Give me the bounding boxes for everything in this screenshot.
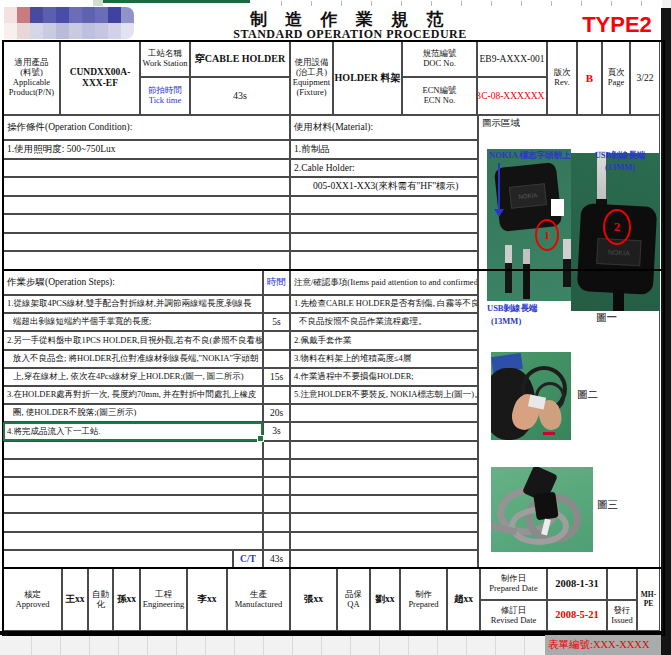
automation-label-cell[interactable]: 自動 化 bbox=[88, 568, 113, 631]
empty-cell[interactable] bbox=[3, 477, 263, 495]
time-cell[interactable]: 3s bbox=[263, 422, 290, 441]
empty-cell[interactable] bbox=[290, 495, 478, 513]
equipment-label-cell[interactable]: 使用設備 (治工具) Equipment (Fixture) bbox=[290, 41, 333, 115]
empty-cell[interactable] bbox=[290, 214, 478, 233]
time-cell[interactable] bbox=[263, 532, 290, 550]
time-cell[interactable]: 5s bbox=[263, 313, 290, 331]
step-line-cell[interactable]: 2.另一手從料盤中取1PCS HOLDER,目視外觀,若有不良(參照不良看板) bbox=[3, 331, 263, 350]
step-line-cell[interactable]: 1.從線架取4PCS線材,雙手配合對折線材,并調節兩線端長度,剝線長 bbox=[3, 295, 263, 313]
step-line-cell[interactable]: 圈, 使HOLDER不脫落;(圖三所示) bbox=[3, 404, 263, 422]
page-no-value-cell[interactable]: 3/22 bbox=[630, 41, 660, 115]
empty-cell[interactable] bbox=[3, 196, 290, 214]
manufactured-label-cell[interactable]: 生產 Manufactured bbox=[227, 568, 290, 631]
qa-name-cell[interactable]: 劉xx bbox=[370, 568, 400, 631]
material-item-cell[interactable]: 2.Cable Holder: bbox=[290, 159, 478, 177]
empty-cell[interactable] bbox=[607, 568, 637, 600]
steps-header-cell[interactable]: 作業步驟(Operation Steps): bbox=[3, 270, 263, 295]
step-line-cell[interactable]: 端超出剝線短端約半個手掌寬的長度; bbox=[3, 313, 263, 331]
attention-line-cell[interactable]: 1.先檢查CABLE HOLDER是否有刮傷, 白霧等不良, bbox=[290, 295, 478, 313]
time-cell[interactable] bbox=[263, 295, 290, 313]
empty-cell[interactable] bbox=[3, 177, 290, 196]
page-subtitle[interactable]: STANDARD OPERATION PROCEDURE bbox=[170, 28, 530, 42]
engineering-label-cell[interactable]: 工程 Engineering bbox=[140, 568, 187, 631]
condition-item-cell[interactable]: 1.使用照明度: 500~750Lux bbox=[3, 140, 290, 159]
empty-cell[interactable] bbox=[290, 513, 478, 532]
empty-cell[interactable] bbox=[290, 532, 478, 550]
station-label-cell[interactable]: 工站名稱 Work Station bbox=[140, 41, 190, 77]
empty-cell[interactable] bbox=[3, 251, 290, 270]
time-header-cell[interactable]: 時間 bbox=[263, 270, 290, 295]
empty-cell[interactable] bbox=[290, 441, 478, 459]
prepared-name-cell[interactable]: 趙xx bbox=[447, 568, 480, 631]
ecn-no-value-cell[interactable]: BC-08-XXXXXX1 bbox=[477, 77, 547, 115]
empty-cell[interactable] bbox=[3, 459, 263, 477]
empty-cell[interactable] bbox=[3, 441, 263, 459]
doc-no-value-cell[interactable]: EB9-AXXX-001 bbox=[477, 41, 547, 77]
equipment-value-cell[interactable]: HOLDER 料架 bbox=[333, 41, 402, 115]
empty-cell[interactable] bbox=[3, 513, 263, 532]
time-cell[interactable] bbox=[263, 513, 290, 532]
prepared-date-label-cell[interactable]: 制作日 Prepared Date bbox=[480, 568, 547, 600]
empty-cell[interactable] bbox=[290, 233, 478, 251]
doc-no-label-cell[interactable]: 規范編號 DOC No. bbox=[402, 41, 477, 77]
time-cell[interactable] bbox=[263, 495, 290, 513]
empty-cell[interactable] bbox=[3, 550, 233, 568]
rev-value-cell[interactable]: B bbox=[577, 41, 602, 115]
empty-cell[interactable] bbox=[290, 477, 478, 495]
prepared-label-cell[interactable]: 制作 Prepared bbox=[400, 568, 447, 631]
ct-value-cell[interactable]: 43s bbox=[263, 550, 290, 568]
product-value-cell[interactable]: CUNDXX00A-XXX-EF bbox=[60, 41, 140, 115]
empty-cell[interactable] bbox=[290, 404, 478, 422]
condition-header-cell[interactable]: 操作條件(Operation Condition): bbox=[3, 115, 290, 140]
time-cell[interactable] bbox=[263, 441, 290, 459]
engineering-name-cell[interactable]: 李xx bbox=[187, 568, 227, 631]
time-cell[interactable] bbox=[263, 459, 290, 477]
time-cell[interactable]: 15s bbox=[263, 368, 290, 386]
attention-header-cell[interactable]: 注意/確認事項(Items paid attention to and conf… bbox=[290, 270, 478, 295]
step-line-cell-selected[interactable]: 4.將完成品流入下一工站. bbox=[3, 422, 263, 441]
ct-label-cell[interactable]: C/T bbox=[233, 550, 263, 568]
product-label-cell[interactable]: 適用產品 (料號) Applicable Product(P/N) bbox=[3, 41, 60, 115]
empty-cell[interactable] bbox=[290, 422, 478, 441]
step-line-cell[interactable]: 3.在HOLDER處再對折一次, 長度約70mm, 并在對折中間處扎上橡皮 bbox=[3, 386, 263, 404]
ecn-no-label-cell[interactable]: ECN編號 ECN No. bbox=[402, 77, 477, 115]
time-cell[interactable] bbox=[263, 386, 290, 404]
approved-name-cell[interactable]: 王xx bbox=[62, 568, 88, 631]
time-cell[interactable] bbox=[263, 350, 290, 368]
empty-cell[interactable] bbox=[3, 233, 290, 251]
issued-value-cell[interactable]: MH-PE bbox=[637, 568, 660, 631]
rev-label-cell[interactable]: 版次 Rev. bbox=[547, 41, 577, 115]
material-item-cell[interactable]: 005-0XX1-XX3(來料需有"HF"標示) bbox=[290, 177, 478, 196]
material-header-cell[interactable]: 使用材料(Material): bbox=[290, 115, 478, 140]
type-label[interactable]: TYPE2 bbox=[575, 12, 659, 37]
manufactured-name-cell[interactable]: 張xx bbox=[290, 568, 337, 631]
empty-cell[interactable] bbox=[3, 495, 263, 513]
step-line-cell[interactable]: 上,穿在線材上, 依次在4Pcs線材穿上HOLDER;(圖一, 圖二所示) bbox=[3, 368, 263, 386]
page-no-label-cell[interactable]: 頁次 Page bbox=[602, 41, 630, 115]
revised-date-value-cell[interactable]: 2008-5-21 bbox=[547, 600, 607, 631]
attention-line-cell[interactable]: 3.物料在料架上的堆積高度≤4層 bbox=[290, 350, 478, 368]
time-cell[interactable]: 20s bbox=[263, 404, 290, 422]
attention-line-cell[interactable]: 5.注意HOLDER不要裝反, NOKIA標志朝上(圖一)。 bbox=[290, 386, 478, 404]
attention-line-cell[interactable]: 4.作業過程中不要損傷HOLDER; bbox=[290, 368, 478, 386]
step-line-cell[interactable]: 放入不良品盒; 將HOLDER孔位對准線材剝線長端,"NOKIA"字頭朝 bbox=[3, 350, 263, 368]
tick-time-label-cell[interactable]: 節拍時間 Tick time bbox=[140, 77, 190, 115]
empty-cell[interactable] bbox=[3, 159, 290, 177]
issued-label-cell[interactable]: 發行 Issued bbox=[607, 600, 637, 631]
tick-time-value-cell[interactable]: 43s bbox=[190, 77, 290, 115]
automation-name-cell[interactable]: 孫xx bbox=[113, 568, 140, 631]
time-cell[interactable] bbox=[263, 477, 290, 495]
revised-date-label-cell[interactable]: 修訂日 Revised Date bbox=[480, 600, 547, 631]
prepared-date-value-cell[interactable]: 2008-1-31 bbox=[547, 568, 607, 600]
material-item-cell[interactable]: 1.前制品 bbox=[290, 140, 478, 159]
empty-cell[interactable] bbox=[3, 532, 263, 550]
empty-cell[interactable] bbox=[290, 550, 478, 568]
time-cell[interactable] bbox=[263, 331, 290, 350]
empty-cell[interactable] bbox=[290, 251, 478, 270]
empty-cell[interactable] bbox=[290, 196, 478, 214]
station-value-cell[interactable]: 穿CABLE HOLDER bbox=[190, 41, 290, 77]
empty-cell[interactable] bbox=[3, 214, 290, 233]
qa-label-cell[interactable]: 品保 QA bbox=[337, 568, 370, 631]
approved-label-cell[interactable]: 核定 Approved bbox=[3, 568, 62, 631]
attention-line-cell[interactable]: 不良品按照不良品作業流程處理。 bbox=[290, 313, 478, 331]
